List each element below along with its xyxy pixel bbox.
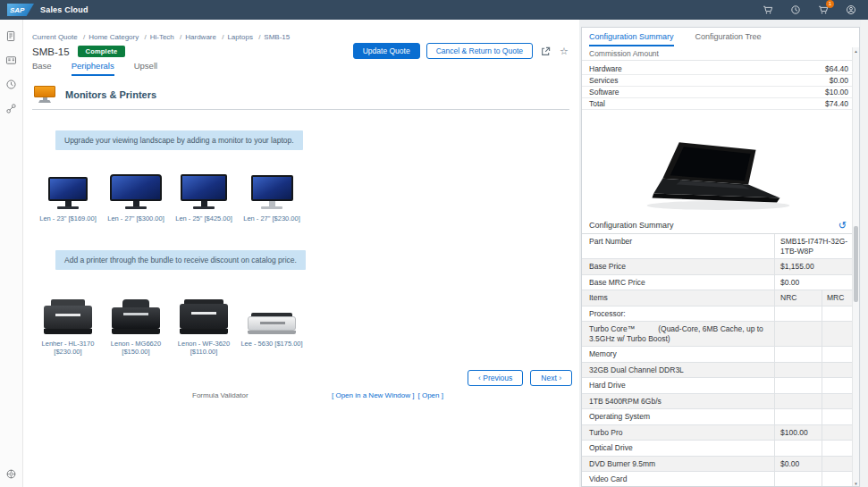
commission-amount-label: Commission Amount [589, 49, 659, 58]
summary-row-mrc [822, 378, 854, 393]
summary-row: Turbo Core™(Quad-Core, 6MB Cache, up to … [582, 322, 854, 347]
printer-image [248, 286, 296, 334]
monitor-product[interactable]: Len - 27" [$300.00] [102, 163, 170, 223]
product-title: Sales Cloud [40, 5, 88, 14]
summary-row: Processor: [582, 306, 854, 323]
tab-configuration-tree[interactable]: Configuration Tree [695, 32, 762, 46]
summary-row-mrc [822, 472, 854, 487]
breadcrumb-item[interactable]: /Current Quote [32, 33, 78, 41]
summary-row-nrc [775, 441, 822, 456]
printer-label: Lenon - MG6620[$150.00] [111, 340, 161, 356]
summary-row-nrc: $100.00 [775, 425, 822, 441]
next-button[interactable]: Next › [530, 370, 572, 386]
cart-badge: 1 [826, 0, 834, 8]
formula-validator-label: Formula Validator [192, 391, 249, 399]
printer-label: Lenon - WF-3620[$110.00] [178, 340, 230, 356]
commission-row-label: Hardware [589, 64, 622, 73]
summary-row-nrc: NRC [775, 290, 822, 306]
shellbar-icons: 1 [762, 4, 861, 16]
scroll-up-arrow[interactable]: ▲ [853, 47, 859, 55]
app: SAP Sales Cloud 1 [0, 0, 868, 487]
tab-peripherals[interactable]: Peripherals [72, 61, 114, 76]
summary-row: Part Number SMB15-I747H-32G-1TB-W8P [582, 234, 854, 259]
catalog-cart-icon[interactable] [762, 4, 774, 16]
breadcrumb-item[interactable]: /Hardware [176, 33, 216, 41]
update-quote-button[interactable]: Update Quote [353, 43, 420, 59]
quote-cart-icon[interactable]: 1 [817, 4, 830, 16]
quote-actions: Update Quote Cancel & Return to Quote ☆ [353, 43, 570, 59]
scroll-down-arrow[interactable]: ▼ [853, 480, 859, 487]
monitor-product[interactable]: Len - 23" [$169.00] [34, 163, 102, 223]
history-icon[interactable] [789, 4, 802, 16]
printer-label: Lenher - HL-3170[$230.00] [42, 340, 95, 356]
previous-button[interactable]: ‹ Previous [468, 370, 523, 386]
summary-row-label: Base MRC Price [582, 275, 775, 290]
left-sidebar [0, 20, 23, 487]
panel-scrollbar[interactable]: ▲ ▼ [852, 47, 859, 487]
printer-label: Lee - 5630 [$175.00] [240, 340, 302, 348]
summary-row-label: Items [582, 290, 775, 306]
tab-base[interactable]: Base [32, 61, 52, 76]
printers-banner: Add a printer through the bundle to rece… [55, 250, 306, 270]
commission-row-value: $10.00 [825, 88, 848, 97]
monitor-image [251, 163, 293, 209]
summary-row-label: Base Price [582, 259, 775, 274]
quote-title-row: SMB-15 Complete [32, 46, 125, 57]
settings-icon[interactable] [4, 466, 20, 482]
summary-row-nrc [775, 409, 822, 424]
reset-icon[interactable]: ↺ [839, 221, 847, 231]
summary-row-label: Processor: [582, 306, 775, 322]
catalog-card-icon[interactable] [4, 52, 20, 68]
page-title: SMB-15 [32, 46, 70, 57]
printer-product[interactable]: Lenher - HL-3170[$230.00] [34, 286, 102, 356]
summary-row-mrc [822, 322, 854, 346]
printer-product[interactable]: Lenon - MG6620[$150.00] [102, 286, 170, 356]
printer-image [44, 286, 92, 334]
section-header: Monitors & Printers [34, 86, 156, 104]
summary-row-mrc [822, 347, 854, 362]
open-new-window-link[interactable]: [ Open in a New Window ] [332, 391, 414, 399]
open-link[interactable]: [ Open ] [417, 391, 442, 399]
breadcrumb-item[interactable]: /Hi-Tech [140, 33, 173, 41]
account-icon[interactable] [845, 4, 857, 16]
summary-row: Optical Drive [582, 441, 854, 457]
recent-history-icon[interactable] [4, 76, 20, 92]
configuration-summary-header: Configuration Summary ↺ [582, 217, 854, 234]
printer-product[interactable]: Lee - 5630 [$175.00] [238, 286, 306, 356]
tab-configuration-summary[interactable]: Configuration Summary [589, 32, 674, 46]
section-title: Monitors & Printers [65, 89, 156, 100]
monitor-icon [34, 86, 55, 104]
favorite-star-icon[interactable]: ☆ [558, 45, 570, 57]
breadcrumb: /Current Quote /Home Category /Hi-Tech /… [32, 33, 290, 41]
commission-row-value: $0.00 [830, 76, 848, 85]
breadcrumb-item[interactable]: /Home Category [80, 33, 139, 41]
section-divider [32, 109, 569, 110]
summary-row-mrc [822, 409, 854, 424]
monitor-image [181, 163, 227, 209]
main-content: /Current Quote /Home Category /Hi-Tech /… [23, 20, 579, 487]
summary-row-nrc: $0.00 [775, 457, 822, 472]
summary-row: DVD Burner 9.5mm $0.00 [582, 457, 854, 473]
summary-row: Base Price $1,155.00 [582, 259, 854, 275]
laptop-product-image [636, 133, 801, 221]
breadcrumb-item[interactable]: /SMB-15 [255, 33, 290, 41]
configuration-link-icon[interactable] [4, 100, 20, 116]
configuration-summary-title: Configuration Summary [589, 221, 674, 230]
summary-row-mrc [822, 457, 854, 472]
printer-product[interactable]: Lenon - WF-3620[$110.00] [170, 286, 238, 356]
scrollbar-thumb[interactable] [854, 226, 858, 302]
summary-row-nrc [775, 363, 822, 378]
summary-row-nrc [775, 378, 822, 393]
quote-document-icon[interactable] [4, 28, 20, 44]
summary-row-mrc [822, 441, 854, 456]
summary-row: Items NRC MRC [582, 290, 854, 306]
summary-row-label: Turbo Pro [582, 425, 775, 441]
cancel-return-button[interactable]: Cancel & Return to Quote [426, 43, 533, 59]
tab-upsell[interactable]: Upsell [134, 61, 157, 76]
summary-row-mrc [822, 394, 854, 409]
share-icon[interactable] [539, 45, 552, 57]
monitor-product[interactable]: Len - 25" [$425.00] [170, 163, 238, 223]
summary-row-label: Operating System [582, 409, 775, 424]
monitor-product[interactable]: Len - 27" [$230.00] [238, 163, 306, 223]
breadcrumb-item[interactable]: /Laptops [218, 33, 253, 41]
